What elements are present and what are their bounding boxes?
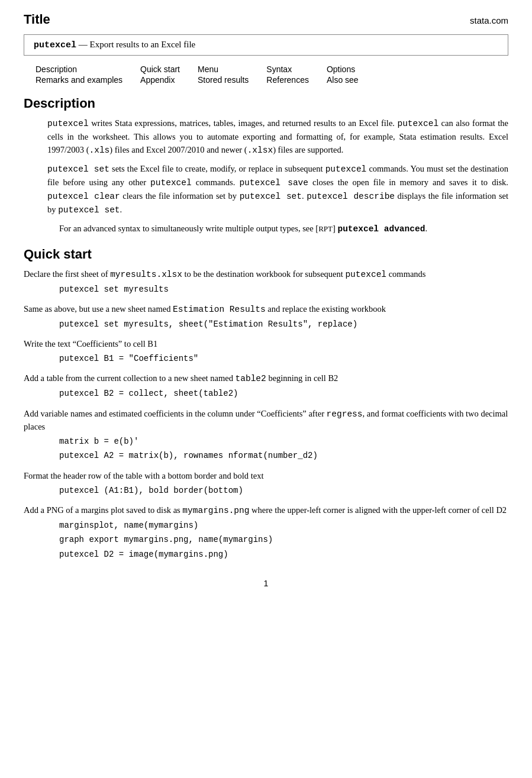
description-heading: Description <box>24 96 508 111</box>
nav-references[interactable]: References <box>266 75 309 85</box>
qs-item-6: Format the header row of the table with … <box>24 470 508 497</box>
putexcel-mono-4: putexcel <box>150 178 192 188</box>
page-title: Title <box>24 12 50 27</box>
qs-desc-1: Declare the first sheet of myresults.xls… <box>24 268 508 282</box>
nav-syntax[interactable]: Syntax <box>266 64 292 74</box>
putexcel-mono-1: putexcel <box>47 119 89 128</box>
nav-also-see[interactable]: Also see <box>327 75 359 85</box>
nav-quickstart[interactable]: Quick start <box>140 64 180 74</box>
putexcel-set-mono-2: putexcel set <box>240 192 302 201</box>
qs-code-2: putexcel set myresults, sheet("Estimatio… <box>24 318 508 331</box>
qs-mono-estimation: Estimation Results <box>173 305 266 314</box>
command-box: putexcel — Export results to an Excel fi… <box>24 34 508 56</box>
quickstart-heading: Quick start <box>24 247 508 262</box>
qs-item-2: Same as above, but use a new sheet named… <box>24 303 508 331</box>
qs-item-7: Add a PNG of a margins plot saved to dis… <box>24 504 508 561</box>
qs-desc-6: Format the header row of the table with … <box>24 470 508 483</box>
title-bar: Title stata.com <box>24 12 508 27</box>
nav-description[interactable]: Description <box>36 64 77 74</box>
xls-mono: .xls <box>89 146 109 155</box>
qs-code-7b: graph export mymargins.png, name(mymargi… <box>24 533 508 546</box>
qs-item-5: Add variable names and estimated coeffic… <box>24 408 508 463</box>
putexcel-mono-3: putexcel <box>325 164 367 174</box>
qs-mono-myresults-xlsx: myresults.xlsx <box>110 270 182 279</box>
nav-remarks[interactable]: Remarks and examples <box>36 75 122 85</box>
nav-options[interactable]: Options <box>327 64 355 74</box>
page: Title stata.com putexcel — Export result… <box>0 0 532 778</box>
nav-stored-results[interactable]: Stored results <box>198 75 249 85</box>
qs-desc-4: Add a table from the current collection … <box>24 372 508 386</box>
qs-item-3: Write the text “Coefficients” to cell B1… <box>24 338 508 365</box>
qs-mono-table2: table2 <box>236 374 266 383</box>
putexcel-advanced-mono: putexcel advanced <box>337 224 425 234</box>
nav-table: Description Quick start Menu Syntax Opti… <box>36 64 496 85</box>
qs-code-4: putexcel B2 = collect, sheet(table2) <box>24 387 508 400</box>
qs-desc-2: Same as above, but use a new sheet named… <box>24 303 508 317</box>
qs-code-5a: matrix b = e(b)' <box>24 435 508 448</box>
putexcel-set-mono-3: putexcel set <box>58 205 120 215</box>
description-para2: putexcel set sets the Excel file to crea… <box>24 163 508 217</box>
nav-appendix[interactable]: Appendix <box>140 75 175 85</box>
qs-code-7c: putexcel D2 = image(mymargins.png) <box>24 548 508 561</box>
command-name: putexcel <box>34 40 76 50</box>
qs-item-1: Declare the first sheet of myresults.xls… <box>24 268 508 296</box>
xlsx-mono: .xlsx <box>247 146 273 155</box>
description-para3: For an advanced syntax to simultaneously… <box>24 222 508 236</box>
page-number: 1 <box>24 579 508 588</box>
qs-desc-3: Write the text “Coefficients” to cell B1 <box>24 338 508 351</box>
putexcel-mono-2: putexcel <box>397 119 439 128</box>
qs-mono-putexcel-1: putexcel <box>345 270 386 279</box>
putexcel-describe-mono: putexcel describe <box>307 192 395 201</box>
nav-links: Description Quick start Menu Syntax Opti… <box>36 64 376 85</box>
nav-menu[interactable]: Menu <box>198 64 218 74</box>
putexcel-set-mono: putexcel set <box>47 164 109 174</box>
putexcel-clear-mono: putexcel clear <box>47 192 120 201</box>
qs-code-3: putexcel B1 = "Coefficients" <box>24 352 508 365</box>
command-description: Export results to an Excel file <box>90 40 196 49</box>
qs-mono-regress: regress <box>327 409 363 419</box>
rpt-bracket: RPT <box>318 224 333 233</box>
qs-item-4: Add a table from the current collection … <box>24 372 508 400</box>
qs-desc-7: Add a PNG of a margins plot saved to dis… <box>24 504 508 518</box>
stata-com-label: stata.com <box>470 15 508 25</box>
description-para1: putexcel writes Stata expressions, matri… <box>24 117 508 157</box>
putexcel-save-mono: putexcel save <box>239 178 308 188</box>
qs-mono-mymargins-png: mymargins.png <box>182 506 249 515</box>
command-dash: — <box>79 40 88 49</box>
qs-desc-5: Add variable names and estimated coeffic… <box>24 408 508 434</box>
qs-code-7a: marginsplot, name(mymargins) <box>24 519 508 532</box>
qs-code-1: putexcel set myresults <box>24 283 508 296</box>
qs-code-5b: putexcel A2 = matrix(b), rownames nforma… <box>24 449 508 462</box>
qs-code-6: putexcel (A1:B1), bold border(bottom) <box>24 484 508 497</box>
